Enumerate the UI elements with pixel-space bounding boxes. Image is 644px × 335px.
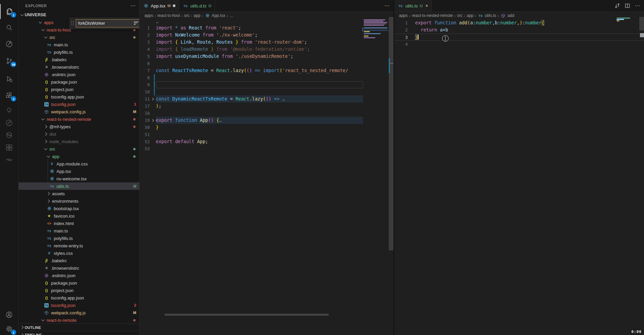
tab-App.tsx[interactable]: App.tsxM xyxy=(140,0,179,12)
breadcrumb-item-add[interactable]: add xyxy=(500,13,514,18)
dirty-indicator-icon[interactable] xyxy=(173,4,175,7)
tree-file-project.json[interactable]: {}project.json xyxy=(19,287,139,294)
babel-file-icon: β xyxy=(44,258,49,263)
timeline-section-header[interactable]: TIMELINE xyxy=(19,331,139,335)
tree-item-label: node_modules xyxy=(49,139,78,144)
tree-file-package.json[interactable]: {}package.json xyxy=(19,279,139,287)
tree-file-App.module.css[interactable]: #App.module.css xyxy=(19,160,139,168)
run-debug-icon[interactable] xyxy=(0,71,18,86)
compare-changes-icon[interactable] xyxy=(615,3,620,8)
tree-folder-@mf-types[interactable]: @mf-types xyxy=(19,123,139,130)
tree-file-.eslintrc.json[interactable]: .eslintrc.json xyxy=(19,272,139,279)
explorer-icon[interactable]: 1 xyxy=(0,4,18,19)
breadcrumb-item-react-ts-nested-remote[interactable]: react-ts-nested-remote xyxy=(412,13,453,18)
tree-file-webpack.config.js[interactable]: webpack.config.jsM xyxy=(19,309,139,316)
tree-file-.eslintrc.json[interactable]: .eslintrc.json xyxy=(19,71,139,78)
tree-file-webpack.config.js[interactable]: webpack.config.jsM xyxy=(19,108,139,115)
chevron-down-icon xyxy=(44,35,48,40)
outline-label: OUTLINE xyxy=(25,326,41,330)
filter-icon[interactable] xyxy=(134,22,139,25)
fold-chevron-icon[interactable] xyxy=(151,119,154,122)
tree-file-favicon.ico[interactable]: ★favicon.ico xyxy=(19,212,139,220)
tree-file-utils.ts[interactable]: TSutils.tsU xyxy=(19,182,139,190)
tsconfig-file-icon: TS xyxy=(44,102,49,107)
tree-file-tsconfig.app.json[interactable]: {}tsconfig.app.json xyxy=(19,93,139,100)
tree-file-project.json[interactable]: {}project.json xyxy=(19,86,139,93)
tree-folder-environments[interactable]: environments xyxy=(19,197,139,205)
tree-file-polyfills.ts[interactable]: TSpolyfills.ts xyxy=(19,234,139,242)
tree-folder-src[interactable]: src xyxy=(19,34,139,41)
tree-folder-app[interactable]: app xyxy=(19,153,139,160)
tree-file-package.json[interactable]: {}package.json xyxy=(19,78,139,86)
vertical-scrollbar[interactable] xyxy=(389,17,393,250)
nx-console-icon[interactable] xyxy=(0,37,18,51)
tree-file-index.html[interactable]: <>index.html xyxy=(19,220,139,227)
tree-folder-dist[interactable]: dist xyxy=(19,130,139,138)
line-number: 11 xyxy=(140,95,150,103)
html-file-icon: <> xyxy=(46,221,52,226)
search-icon[interactable] xyxy=(0,20,18,35)
tree-folder-node_modules[interactable]: node_modules xyxy=(19,138,139,145)
breadcrumb-item-react-ts-host[interactable]: react-ts-host xyxy=(157,13,180,18)
tree-file-.babelrc[interactable]: β.babelrc xyxy=(19,257,139,264)
breadcrumb-item-src[interactable]: src xyxy=(457,13,462,18)
squiggle-icon[interactable] xyxy=(0,152,18,167)
react-file-icon xyxy=(49,169,55,174)
tab-utils.ts[interactable]: TSutils.tsU× xyxy=(394,0,432,12)
line-number: 51 xyxy=(140,131,150,138)
breadcrumb-item-App.tsx[interactable]: App.tsx xyxy=(205,13,225,18)
breadcrumb-item-apps[interactable]: apps xyxy=(399,13,408,18)
tree-file-bootstrap.tsx[interactable]: bootstrap.tsx xyxy=(19,205,139,212)
tree-file-.babelrc[interactable]: β.babelrc xyxy=(19,56,139,63)
close-icon[interactable]: × xyxy=(425,3,428,8)
tab-utils.d.ts[interactable]: TSutils.d.tsU xyxy=(179,0,215,12)
breadcrumb-item-src[interactable]: src xyxy=(184,13,189,18)
explorer-more-actions-icon[interactable]: ⋯ xyxy=(130,3,136,9)
tree-file-polyfills.ts[interactable]: TSpolyfills.ts xyxy=(19,48,139,56)
code-line-50: 50} xyxy=(140,124,393,131)
extensions-icon[interactable]: 3 xyxy=(0,88,18,103)
tree-folder-src[interactable]: src xyxy=(19,145,139,153)
tree-item-label: src xyxy=(49,147,55,152)
tree-file-tsconfig.json[interactable]: TStsconfig.json1 xyxy=(19,100,139,108)
breadcrumb-item-…[interactable]: … xyxy=(230,13,234,18)
breadcrumb-item-utils.ts[interactable]: TSutils.ts xyxy=(478,13,496,18)
minimap[interactable] xyxy=(616,18,633,23)
tree-file-styles.css[interactable]: #styles.css xyxy=(19,249,139,257)
git-status-dot xyxy=(133,36,136,39)
outline-section-header[interactable]: OUTLINE xyxy=(19,323,139,331)
tree-folder-assets[interactable]: assets xyxy=(19,190,139,197)
tree-file-App.tsx[interactable]: App.tsx xyxy=(19,168,139,175)
tree-file-main.ts[interactable]: TSmain.ts xyxy=(19,227,139,234)
fold-chevron-icon[interactable] xyxy=(151,97,154,101)
breadcrumb-item-app[interactable]: app xyxy=(194,13,200,18)
code-editor-utils-ts[interactable]: 1export function add(a:number,b:number,)… xyxy=(394,19,644,335)
drag-grip-icon[interactable] xyxy=(71,21,74,26)
breadcrumb-item-apps[interactable]: apps xyxy=(144,13,153,18)
breadcrumb-item-app[interactable]: app xyxy=(467,13,473,18)
tree-folder-react-ts-remote[interactable]: react-ts-remote xyxy=(19,316,139,324)
settings-icon[interactable]: 1 xyxy=(0,321,18,335)
tree-find-input[interactable] xyxy=(78,21,133,26)
code-editor-app-tsx[interactable]: …1import * as React from 'react';2import… xyxy=(140,19,393,335)
more-actions-icon[interactable]: ⋯ xyxy=(635,3,640,9)
split-editor-icon[interactable] xyxy=(625,3,630,8)
tree-file-.browserslistrc[interactable]: ≡.browserslistrc xyxy=(19,63,139,71)
horizontal-scrollbar[interactable] xyxy=(165,314,329,316)
tree-file-main.ts[interactable]: TSmain.ts xyxy=(19,41,139,48)
source-control-icon[interactable]: 38 xyxy=(0,53,18,68)
tree-item-label: index.html xyxy=(54,221,74,226)
more-actions-icon[interactable]: ⋯ xyxy=(384,3,389,9)
tree-file-tsconfig.json[interactable]: TStsconfig.json2 xyxy=(19,302,139,309)
minimap[interactable] xyxy=(363,19,389,60)
account-icon[interactable] xyxy=(0,307,18,322)
tree-file-nx-welcome.tsx[interactable]: nx-welcome.tsx xyxy=(19,175,139,182)
code-line-3: 3} xyxy=(394,34,644,41)
tree-folder-react-ts-nested-remote[interactable]: react-ts-nested-remote xyxy=(19,115,139,123)
tree-file-remote-entry.ts[interactable]: TSremote-entry.ts xyxy=(19,242,139,249)
tree-file-.browserslistrc[interactable]: ≡.browserslistrc xyxy=(19,264,139,272)
line-number: 2 xyxy=(394,26,408,34)
tree-file-tsconfig.app.json[interactable]: {}tsconfig.app.json xyxy=(19,294,139,302)
vertical-scrollbar[interactable] xyxy=(639,17,644,30)
editor-group-left: App.tsxMTSutils.d.tsU⋯ apps›react-ts-hos… xyxy=(140,0,393,335)
